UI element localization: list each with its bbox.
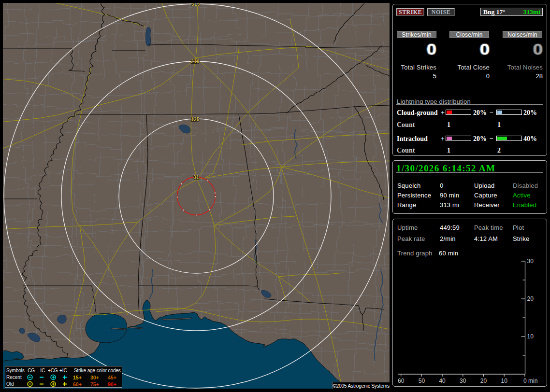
svg-text:40: 40 [439, 378, 446, 384]
svg-text:219: 219 [191, 59, 200, 64]
svg-text:31: 31 [193, 175, 199, 180]
svg-text:20: 20 [527, 295, 534, 302]
svg-text:10: 10 [527, 333, 534, 340]
svg-text:30: 30 [527, 258, 534, 265]
svg-text:60: 60 [398, 378, 405, 384]
svg-text:10: 10 [501, 378, 508, 384]
svg-text:20: 20 [480, 378, 487, 384]
svg-text:0 min: 0 min [523, 378, 537, 384]
svg-text:125: 125 [191, 117, 200, 122]
svg-text:30: 30 [460, 378, 466, 384]
svg-text:50: 50 [419, 378, 425, 384]
svg-text:313: 313 [191, 3, 200, 7]
